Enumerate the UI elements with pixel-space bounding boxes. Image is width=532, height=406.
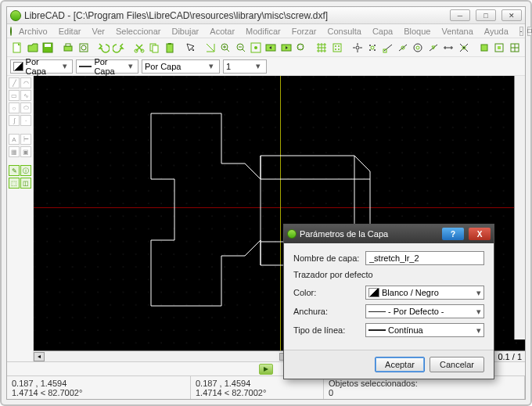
svg-rect-3	[64, 46, 72, 51]
grid-button[interactable]	[315, 40, 329, 56]
snap-inter-button[interactable]	[457, 40, 471, 56]
scroll-left-button[interactable]: ◂	[34, 352, 45, 361]
tool-image[interactable]: ▣	[20, 146, 31, 157]
print-preview-button[interactable]	[76, 40, 90, 56]
tool-text[interactable]: A	[9, 134, 20, 145]
mdi-minimize-button[interactable]: -	[519, 27, 523, 36]
menu-seleccionar[interactable]: Seleccionar	[112, 25, 164, 38]
layer-name-input[interactable]	[365, 251, 484, 265]
snap-end-button[interactable]	[380, 40, 394, 56]
tool-circle[interactable]: ○	[9, 102, 20, 113]
menu-ayuda[interactable]: Ayuda	[480, 25, 512, 38]
snap-free-button[interactable]	[350, 40, 364, 56]
snap-grid-button[interactable]	[365, 40, 379, 56]
color-select-value: Blanco / Negro	[382, 288, 439, 297]
rel-polar: 1.4714 < 82.7002°	[196, 388, 318, 397]
new-button[interactable]	[10, 40, 24, 56]
zoom-prev-button[interactable]	[264, 40, 278, 56]
tool-dim[interactable]: ⊢	[20, 134, 31, 145]
tool-info[interactable]: ⓘ	[20, 165, 31, 176]
pointer-button[interactable]	[182, 40, 196, 56]
properties-bar: Por Capa▾ Por Capa▾ Por Capa▾ 1▾	[7, 57, 525, 76]
tool-arc[interactable]: ◠	[20, 77, 31, 88]
menu-modificar[interactable]: Modificar	[242, 25, 285, 38]
svg-rect-10	[153, 45, 158, 52]
snap-mid-button[interactable]	[426, 40, 440, 56]
snap-center-button[interactable]	[411, 40, 425, 56]
ok-button[interactable]: Aceptar	[375, 357, 425, 372]
zoom-in-button[interactable]	[218, 40, 232, 56]
menu-ver[interactable]: Ver	[88, 25, 109, 38]
svg-rect-4	[66, 44, 70, 46]
zoom-pan-button[interactable]	[294, 40, 308, 56]
mdi-restore-button[interactable]: □	[527, 27, 532, 36]
linetype-combo[interactable]: Por Capa▾	[142, 59, 220, 74]
snap-dist-button[interactable]	[441, 40, 455, 56]
abs-coord: 0.187 , 1.4594	[12, 379, 185, 388]
undo-button[interactable]	[96, 40, 110, 56]
tool-spline[interactable]: ∫	[9, 115, 20, 126]
zoom-display: 0.1 / 1	[494, 352, 525, 361]
tool-ellipse[interactable]: ⬭	[20, 102, 31, 113]
width-select-value: - Por Defecto -	[388, 307, 444, 316]
linetype-value: Por Capa	[145, 62, 181, 71]
svg-point-25	[338, 49, 340, 50]
linetype-select[interactable]: Contínua▾	[365, 323, 484, 337]
tool-select[interactable]: ◫	[20, 178, 31, 189]
print-button[interactable]	[61, 40, 75, 56]
menu-archivo[interactable]: Archivo	[15, 25, 52, 38]
zoom-window-button[interactable]	[279, 40, 293, 56]
menubar: Archivo Editar Ver Seleccionar Dibujar A…	[7, 24, 525, 38]
svg-point-30	[374, 49, 376, 51]
copy-button[interactable]	[147, 40, 161, 56]
svg-point-24	[335, 49, 336, 50]
tool-modify[interactable]: ✎	[9, 165, 20, 176]
cut-button[interactable]	[132, 40, 146, 56]
menu-forzar[interactable]: Forzar	[288, 25, 321, 38]
save-button[interactable]	[41, 40, 55, 56]
maximize-button[interactable]: □	[476, 9, 496, 21]
menu-editar[interactable]: Editar	[55, 25, 85, 38]
linetype-label: Tipo de línea:	[293, 325, 361, 335]
color-select[interactable]: Blanco / Negro▾	[365, 286, 484, 300]
tool-rect[interactable]: ▭	[9, 90, 20, 101]
menu-dibujar[interactable]: Dibujar	[167, 25, 203, 38]
close-button[interactable]: ✕	[501, 9, 522, 21]
color-combo[interactable]: Por Capa▾	[76, 59, 138, 74]
zoom-auto-button[interactable]	[249, 40, 263, 56]
zoom-redraw-button[interactable]	[203, 40, 217, 56]
layer-settings-dialog: Parámetros de la Capa ? X Nombre de capa…	[283, 224, 494, 379]
zoom-out-button[interactable]	[233, 40, 247, 56]
selection-count: 0	[329, 388, 519, 397]
linewidth-combo[interactable]: 1▾	[223, 59, 267, 74]
vertical-scrollbar[interactable]	[514, 76, 525, 340]
tool-point[interactable]: ·	[20, 115, 31, 126]
snap-on-button[interactable]	[396, 40, 410, 56]
width-select[interactable]: - Por Defecto -▾	[365, 304, 484, 318]
open-button[interactable]	[25, 40, 39, 56]
dialog-help-button[interactable]: ?	[442, 228, 464, 240]
dialog-titlebar[interactable]: Parámetros de la Capa ? X	[284, 225, 494, 243]
command-run-button[interactable]	[259, 364, 273, 375]
paste-button[interactable]	[163, 40, 177, 56]
minimize-button[interactable]: ─	[450, 9, 470, 21]
draft-button[interactable]	[330, 40, 344, 56]
tool-polyline[interactable]: ∿	[20, 90, 31, 101]
dialog-title: Parámetros de la Capa	[300, 229, 437, 239]
relative-zero-button[interactable]	[507, 40, 521, 56]
tool-hatch[interactable]: ▦	[9, 146, 20, 157]
main-toolbar	[7, 38, 525, 57]
menu-capa[interactable]: Capa	[368, 25, 397, 38]
restrict-ortho-button[interactable]	[492, 40, 506, 56]
menu-acotar[interactable]: Acotar	[206, 25, 239, 38]
layer-combo[interactable]: Por Capa▾	[10, 59, 73, 74]
dialog-close-button[interactable]: X	[469, 228, 491, 240]
menu-ventana[interactable]: Ventana	[437, 25, 476, 38]
restrict-none-button[interactable]	[477, 40, 491, 56]
cancel-button[interactable]: Cancelar	[430, 357, 484, 372]
menu-bloque[interactable]: Bloque	[400, 25, 434, 38]
tool-line[interactable]: ╱	[9, 77, 20, 88]
menu-consulta[interactable]: Consulta	[324, 25, 365, 38]
tool-block[interactable]: ⬚	[9, 178, 20, 189]
redo-button[interactable]	[112, 40, 126, 56]
